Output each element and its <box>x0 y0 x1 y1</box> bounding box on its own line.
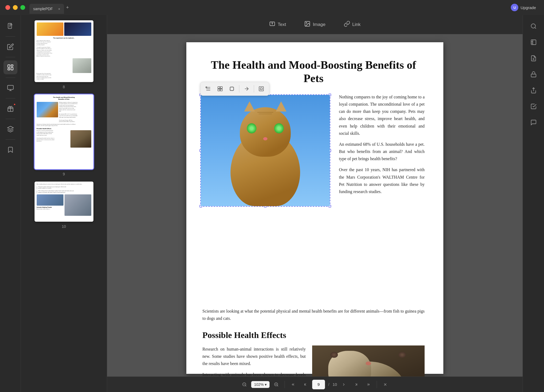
sidebar-divider-4 <box>6 98 15 98</box>
thumbnail-num-8: 8 <box>63 85 65 89</box>
full-width-section: Scientists are looking at what the poten… <box>202 308 425 376</box>
zoom-value: 102% <box>254 382 264 387</box>
tab-close-button[interactable]: × <box>58 7 60 11</box>
svg-rect-4 <box>8 68 10 70</box>
ft-btn-5[interactable] <box>256 84 266 94</box>
main-area: Text Image Link The Health and Mood-Boos… <box>107 15 523 392</box>
gift-badge-wrapper <box>3 102 17 116</box>
titlebar-right: U Upgrade <box>511 4 536 11</box>
svg-rect-21 <box>531 40 536 45</box>
ft-btn-3[interactable] <box>227 84 237 94</box>
zoom-out-button[interactable] <box>239 379 250 390</box>
right-comment-button[interactable] <box>527 116 541 129</box>
thumbnail-num-10: 10 <box>62 224 66 229</box>
text-icon <box>269 21 275 28</box>
right-share-button[interactable] <box>527 83 541 97</box>
right-convert-button[interactable] <box>527 35 541 49</box>
prev-large-page-button[interactable] <box>300 379 311 390</box>
image-icon <box>304 21 311 28</box>
section-heading-health: Possible Health Effects <box>202 330 425 340</box>
right-column-text: Nothing compares to the joy of coming ho… <box>339 93 425 195</box>
ft-btn-1[interactable] <box>203 84 213 94</box>
last-page-button[interactable] <box>363 379 374 390</box>
sidebar-layers-button[interactable] <box>3 122 17 136</box>
tab-bar: samplePDF × + <box>29 0 69 15</box>
sidebar-edit-button[interactable] <box>3 40 17 54</box>
sidebar-divider-2 <box>6 57 15 57</box>
right-pdfa-button[interactable] <box>527 51 541 65</box>
body-paragraph-1: Nothing compares to the joy of coming ho… <box>339 93 425 137</box>
toolbar-image-label: Image <box>313 22 325 27</box>
toolbar-image-item[interactable]: Image <box>300 18 329 30</box>
svg-rect-2 <box>11 65 13 66</box>
svg-rect-12 <box>220 87 222 89</box>
page-number-input[interactable] <box>312 380 325 389</box>
traffic-lights <box>5 5 25 10</box>
svg-rect-17 <box>260 88 262 90</box>
left-sidebar <box>0 15 21 392</box>
thumb8-img-a <box>37 22 64 36</box>
body-paragraph-3: Over the past 10 years, NIH has partnere… <box>339 166 425 195</box>
maximize-traffic-button[interactable] <box>20 5 25 10</box>
right-search-button[interactable] <box>527 19 541 33</box>
svg-rect-13 <box>218 89 220 91</box>
add-tab-button[interactable]: + <box>66 5 69 10</box>
svg-rect-11 <box>218 87 220 89</box>
titlebar: samplePDF × + U Upgrade <box>0 0 544 15</box>
image-selection-box[interactable] <box>200 94 330 207</box>
thumbnail-frame-10: With a healthy, balanced, science to the… <box>35 182 93 222</box>
zoom-in-button[interactable] <box>271 379 282 390</box>
thumbnail-item-10[interactable]: With a healthy, balanced, science to the… <box>35 182 93 229</box>
page-main-heading: The Health and Mood-Boosting Benefits of… <box>202 58 425 85</box>
toolbar-text-item[interactable]: Text <box>265 18 290 30</box>
sidebar-bookmark-button[interactable] <box>3 143 17 157</box>
tab-title: samplePDF <box>33 7 53 11</box>
toolbar-link-item[interactable]: Link <box>340 18 364 30</box>
ft-btn-2[interactable] <box>215 84 225 94</box>
pdf-viewer[interactable]: The Health and Mood-Boosting Benefits of… <box>107 34 523 376</box>
svg-rect-10 <box>206 87 207 88</box>
thumbnail-frame-9: The Health and Mood-BoostingBenefits of … <box>35 94 93 169</box>
ft-divider-1 <box>239 85 239 93</box>
minimize-traffic-button[interactable] <box>13 5 18 10</box>
thumbnail-num-9: 9 <box>63 172 65 176</box>
body-paragraph-4: Scientists are looking at what the poten… <box>202 308 425 322</box>
close-traffic-button[interactable] <box>5 5 10 10</box>
svg-rect-14 <box>220 89 222 91</box>
cat-image-container <box>201 95 330 206</box>
pdf-page: The Health and Mood-Boosting Benefits of… <box>186 42 443 374</box>
page-nav-group: / 10 <box>288 379 374 390</box>
ft-btn-4[interactable] <box>241 84 252 94</box>
sidebar-pages-button[interactable] <box>3 60 17 74</box>
body-paragraph-2: An estimated 68% of U.S. households have… <box>339 141 425 163</box>
svg-rect-1 <box>8 65 10 67</box>
thumbnail-item-8[interactable]: The experiment can be replaced... some e… <box>35 20 93 89</box>
thumbnail-item-9[interactable]: The Health and Mood-BoostingBenefits of … <box>35 94 93 176</box>
next-large-page-button[interactable] <box>350 379 362 390</box>
sidebar-template-button[interactable] <box>3 81 17 95</box>
cat-figure <box>222 105 308 206</box>
toolbar-link-label: Link <box>352 22 361 27</box>
pagination-divider-1 <box>285 381 285 388</box>
svg-rect-5 <box>7 85 13 89</box>
avatar: U <box>511 4 518 11</box>
pagination-divider-2 <box>377 381 377 388</box>
right-secure-button[interactable] <box>527 67 541 81</box>
sidebar-divider-1 <box>6 36 15 37</box>
next-page-button[interactable] <box>338 379 349 390</box>
pagination-bar: 102% ▾ / 10 <box>107 376 523 392</box>
right-check-button[interactable] <box>527 99 541 113</box>
dog-photo <box>312 345 425 376</box>
first-page-button[interactable] <box>288 379 299 390</box>
sidebar-document-button[interactable] <box>3 19 17 33</box>
link-icon <box>344 21 350 28</box>
zoom-display[interactable]: 102% ▾ <box>251 381 270 388</box>
upgrade-button[interactable]: U Upgrade <box>511 4 536 11</box>
zoom-control-group: 102% ▾ <box>239 379 282 390</box>
svg-rect-22 <box>531 74 536 77</box>
sidebar-divider-6 <box>6 139 15 140</box>
close-pagination-button[interactable] <box>380 379 391 390</box>
health-section-content: Research on human-animal interactions is… <box>202 345 425 376</box>
tab-samplepdf[interactable]: samplePDF × <box>29 4 64 14</box>
svg-rect-16 <box>259 87 264 91</box>
